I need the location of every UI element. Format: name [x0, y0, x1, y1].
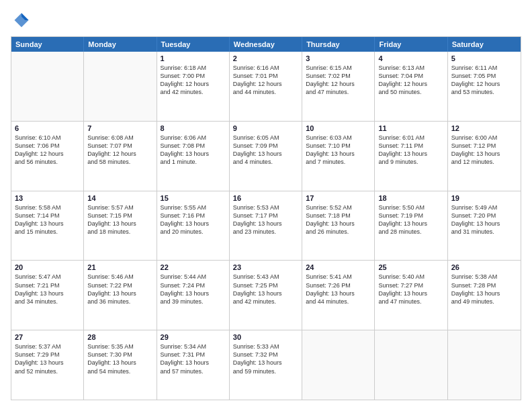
day-info: Sunrise: 5:50 AM Sunset: 7:19 PM Dayligh…: [378, 203, 443, 236]
header: [11, 11, 521, 30]
day-number: 11: [378, 124, 443, 132]
day-number: 26: [451, 263, 517, 271]
day-number: 1: [161, 54, 226, 62]
day-number: 8: [161, 124, 226, 132]
calendar-cell: 28Sunrise: 5:35 AM Sunset: 7:30 PM Dayli…: [84, 330, 157, 400]
day-info: Sunrise: 5:52 AM Sunset: 7:18 PM Dayligh…: [306, 203, 371, 236]
calendar-row: 20Sunrise: 5:47 AM Sunset: 7:21 PM Dayli…: [11, 260, 521, 330]
calendar-cell: 18Sunrise: 5:50 AM Sunset: 7:19 PM Dayli…: [375, 191, 447, 261]
day-info: Sunrise: 5:35 AM Sunset: 7:30 PM Dayligh…: [87, 342, 152, 375]
day-number: 29: [161, 333, 226, 341]
day-info: Sunrise: 5:55 AM Sunset: 7:16 PM Dayligh…: [161, 203, 226, 236]
day-info: Sunrise: 5:38 AM Sunset: 7:28 PM Dayligh…: [451, 273, 517, 306]
calendar-body: 1Sunrise: 6:18 AM Sunset: 7:00 PM Daylig…: [11, 52, 521, 400]
day-number: 30: [233, 333, 298, 341]
day-info: Sunrise: 5:44 AM Sunset: 7:24 PM Dayligh…: [161, 273, 226, 306]
calendar-cell: 1Sunrise: 6:18 AM Sunset: 7:00 PM Daylig…: [157, 52, 230, 121]
day-number: 13: [15, 194, 80, 202]
calendar-cell: 17Sunrise: 5:52 AM Sunset: 7:18 PM Dayli…: [302, 191, 375, 261]
day-info: Sunrise: 5:41 AM Sunset: 7:26 PM Dayligh…: [306, 273, 371, 306]
day-number: 18: [378, 194, 443, 202]
calendar: SundayMondayTuesdayWednesdayThursdayFrid…: [11, 36, 521, 400]
day-info: Sunrise: 5:43 AM Sunset: 7:25 PM Dayligh…: [233, 273, 298, 306]
day-info: Sunrise: 5:58 AM Sunset: 7:14 PM Dayligh…: [15, 203, 80, 236]
calendar-row: 27Sunrise: 5:37 AM Sunset: 7:29 PM Dayli…: [11, 330, 521, 400]
day-number: 5: [451, 54, 517, 62]
calendar-cell: 27Sunrise: 5:37 AM Sunset: 7:29 PM Dayli…: [11, 330, 84, 400]
day-info: Sunrise: 5:53 AM Sunset: 7:17 PM Dayligh…: [233, 203, 298, 236]
day-number: 22: [161, 263, 226, 271]
calendar-row: 6Sunrise: 6:10 AM Sunset: 7:06 PM Daylig…: [11, 121, 521, 191]
day-info: Sunrise: 5:49 AM Sunset: 7:20 PM Dayligh…: [451, 203, 517, 236]
day-number: 19: [451, 194, 517, 202]
calendar-cell: 13Sunrise: 5:58 AM Sunset: 7:14 PM Dayli…: [11, 191, 84, 261]
calendar-cell: 25Sunrise: 5:40 AM Sunset: 7:27 PM Dayli…: [375, 261, 447, 330]
day-number: 28: [87, 333, 152, 341]
calendar-cell: 14Sunrise: 5:57 AM Sunset: 7:15 PM Dayli…: [84, 191, 157, 261]
calendar-cell: 29Sunrise: 5:34 AM Sunset: 7:31 PM Dayli…: [157, 330, 230, 400]
day-number: 15: [161, 194, 226, 202]
day-info: Sunrise: 5:46 AM Sunset: 7:22 PM Dayligh…: [87, 273, 152, 306]
calendar-cell: 16Sunrise: 5:53 AM Sunset: 7:17 PM Dayli…: [230, 191, 302, 261]
day-info: Sunrise: 6:18 AM Sunset: 7:00 PM Dayligh…: [161, 64, 226, 97]
calendar-cell: 20Sunrise: 5:47 AM Sunset: 7:21 PM Dayli…: [11, 261, 84, 330]
weekday-header: Tuesday: [157, 37, 230, 52]
day-number: 16: [233, 194, 298, 202]
page: SundayMondayTuesdayWednesdayThursdayFrid…: [0, 0, 532, 411]
day-info: Sunrise: 5:34 AM Sunset: 7:31 PM Dayligh…: [161, 342, 226, 375]
weekday-header: Saturday: [448, 37, 521, 52]
calendar-header: SundayMondayTuesdayWednesdayThursdayFrid…: [11, 37, 521, 52]
calendar-cell: 6Sunrise: 6:10 AM Sunset: 7:06 PM Daylig…: [11, 122, 84, 191]
day-info: Sunrise: 5:37 AM Sunset: 7:29 PM Dayligh…: [15, 342, 80, 375]
calendar-cell: [302, 330, 375, 400]
day-info: Sunrise: 6:00 AM Sunset: 7:12 PM Dayligh…: [451, 134, 517, 167]
day-number: 14: [87, 194, 152, 202]
day-info: Sunrise: 6:16 AM Sunset: 7:01 PM Dayligh…: [233, 64, 298, 97]
day-info: Sunrise: 6:13 AM Sunset: 7:04 PM Dayligh…: [378, 64, 443, 97]
calendar-cell: 19Sunrise: 5:49 AM Sunset: 7:20 PM Dayli…: [448, 191, 521, 261]
calendar-cell: 10Sunrise: 6:03 AM Sunset: 7:10 PM Dayli…: [302, 122, 375, 191]
calendar-cell: 21Sunrise: 5:46 AM Sunset: 7:22 PM Dayli…: [84, 261, 157, 330]
day-info: Sunrise: 6:08 AM Sunset: 7:07 PM Dayligh…: [87, 134, 152, 167]
day-info: Sunrise: 6:11 AM Sunset: 7:05 PM Dayligh…: [451, 64, 517, 97]
weekday-header: Thursday: [302, 37, 375, 52]
calendar-cell: 22Sunrise: 5:44 AM Sunset: 7:24 PM Dayli…: [157, 261, 230, 330]
day-number: 25: [378, 263, 443, 271]
calendar-cell: 8Sunrise: 6:06 AM Sunset: 7:08 PM Daylig…: [157, 122, 230, 191]
day-info: Sunrise: 5:40 AM Sunset: 7:27 PM Dayligh…: [378, 273, 443, 306]
calendar-cell: 23Sunrise: 5:43 AM Sunset: 7:25 PM Dayli…: [230, 261, 302, 330]
weekday-header: Friday: [375, 37, 447, 52]
day-number: 20: [15, 263, 80, 271]
calendar-cell: 11Sunrise: 6:01 AM Sunset: 7:11 PM Dayli…: [375, 122, 447, 191]
day-number: 2: [233, 54, 298, 62]
calendar-cell: 24Sunrise: 5:41 AM Sunset: 7:26 PM Dayli…: [302, 261, 375, 330]
logo-icon: [12, 11, 31, 30]
calendar-cell: [11, 52, 84, 121]
calendar-row: 1Sunrise: 6:18 AM Sunset: 7:00 PM Daylig…: [11, 52, 521, 121]
calendar-cell: 30Sunrise: 5:33 AM Sunset: 7:32 PM Dayli…: [230, 330, 302, 400]
day-number: 6: [15, 124, 80, 132]
calendar-cell: 5Sunrise: 6:11 AM Sunset: 7:05 PM Daylig…: [448, 52, 521, 121]
weekday-header: Monday: [84, 37, 157, 52]
day-info: Sunrise: 5:33 AM Sunset: 7:32 PM Dayligh…: [233, 342, 298, 375]
day-info: Sunrise: 6:15 AM Sunset: 7:02 PM Dayligh…: [306, 64, 371, 97]
calendar-cell: 2Sunrise: 6:16 AM Sunset: 7:01 PM Daylig…: [230, 52, 302, 121]
day-info: Sunrise: 6:03 AM Sunset: 7:10 PM Dayligh…: [306, 134, 371, 167]
calendar-cell: [448, 330, 521, 400]
day-number: 4: [378, 54, 443, 62]
calendar-cell: 7Sunrise: 6:08 AM Sunset: 7:07 PM Daylig…: [84, 122, 157, 191]
calendar-row: 13Sunrise: 5:58 AM Sunset: 7:14 PM Dayli…: [11, 191, 521, 261]
day-number: 17: [306, 194, 371, 202]
day-number: 12: [451, 124, 517, 132]
day-number: 10: [306, 124, 371, 132]
day-info: Sunrise: 6:05 AM Sunset: 7:09 PM Dayligh…: [233, 134, 298, 167]
day-info: Sunrise: 5:47 AM Sunset: 7:21 PM Dayligh…: [15, 273, 80, 306]
day-number: 7: [87, 124, 152, 132]
logo: [11, 11, 31, 30]
day-info: Sunrise: 6:10 AM Sunset: 7:06 PM Dayligh…: [15, 134, 80, 167]
day-info: Sunrise: 6:06 AM Sunset: 7:08 PM Dayligh…: [161, 134, 226, 167]
day-info: Sunrise: 5:57 AM Sunset: 7:15 PM Dayligh…: [87, 203, 152, 236]
weekday-header: Sunday: [11, 37, 84, 52]
day-number: 23: [233, 263, 298, 271]
day-number: 21: [87, 263, 152, 271]
